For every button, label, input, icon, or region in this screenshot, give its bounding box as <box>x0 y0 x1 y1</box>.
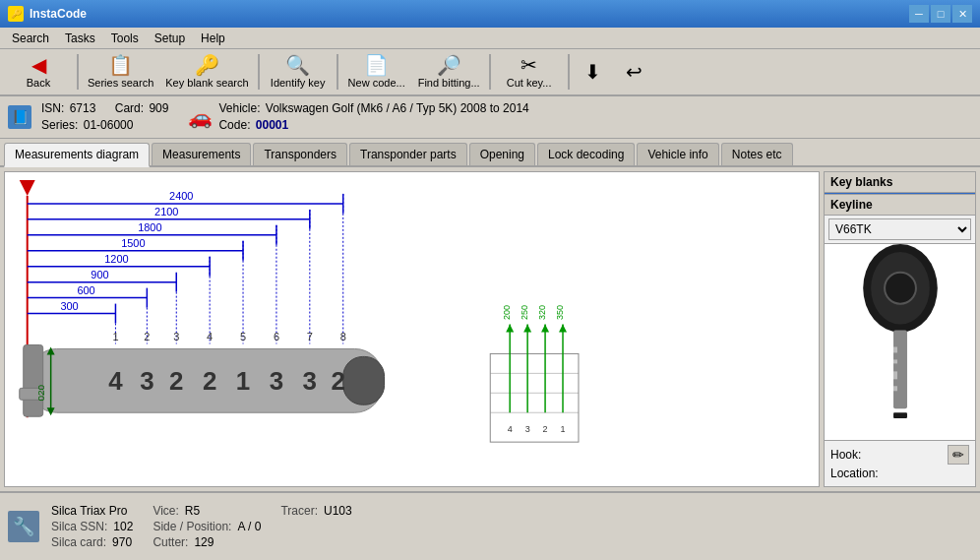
measure-900-label: 900 <box>91 268 108 280</box>
key-blank-search-button[interactable]: 🔑 Key blank search <box>160 51 253 93</box>
tab-notes-etc[interactable]: Notes etc <box>721 143 793 165</box>
find-bitting-label: Find bitting... <box>418 77 480 89</box>
tracer-value: U103 <box>324 504 352 518</box>
tab-transponder-parts[interactable]: Transponder parts <box>349 143 467 165</box>
series-label: Series: <box>41 118 78 132</box>
cut-key-icon: ✂ <box>521 55 537 75</box>
key-cut-2 <box>893 359 897 363</box>
vehicle-label: Vehicle: <box>218 101 260 115</box>
back-button[interactable]: ◀ Back <box>4 51 73 93</box>
menu-tools[interactable]: Tools <box>103 30 147 47</box>
isn-value: 6713 <box>70 101 96 115</box>
menu-tasks[interactable]: Tasks <box>57 30 103 47</box>
status-col-3: Tracer: U103 <box>280 504 351 549</box>
vehicle-value: Volkswagen Golf (Mk6 / A6 / Typ 5K) 2008… <box>266 101 529 115</box>
pos-1-num: 1 <box>112 331 118 342</box>
depth-label: 020 <box>35 384 46 401</box>
key-stop <box>24 344 43 416</box>
edit-button[interactable]: ✏ <box>948 445 969 465</box>
keyline-select-wrapper: V66TK <box>825 216 975 243</box>
info-bar: 📘 ISN: 6713 Card: 909 Series: 01-06000 🚗… <box>0 96 980 139</box>
key-blanks-panel: Key blanks Transponder, Plastic Transpon… <box>824 171 976 487</box>
depth-chart-group: 200 250 320 350 4 3 2 1 <box>490 305 579 442</box>
new-code-button[interactable]: 📄 New code... <box>342 51 411 93</box>
back-label: Back <box>27 77 50 89</box>
series-search-button[interactable]: 📋 Series search <box>83 51 158 93</box>
hook-row: Hook: ✏ <box>830 445 969 465</box>
key-cut-4 <box>893 386 897 391</box>
key-blade-tip <box>343 356 385 404</box>
title-bar: 🔑 InstaCode ─ □ ✕ <box>0 0 980 28</box>
menu-help[interactable]: Help <box>193 30 233 47</box>
isn-row: ISN: 6713 Card: 909 <box>41 100 168 117</box>
measure-1800-label: 1800 <box>138 220 161 232</box>
series-search-icon: 📋 <box>108 55 133 75</box>
measure-600-label: 600 <box>77 283 94 295</box>
chart-label-200: 200 <box>502 305 512 320</box>
key-blanks-title: Key blanks <box>825 172 975 193</box>
cut-4-val: 2 <box>203 367 216 395</box>
toolbar-separator-2 <box>258 54 260 90</box>
pos-7-num: 7 <box>307 331 313 342</box>
pos-5-num: 5 <box>240 331 246 342</box>
keyline-label: Keyline <box>825 194 975 216</box>
status-col-2: Vice: R5 Side / Position: A / 0 Cutter: … <box>153 504 261 549</box>
back-icon: ◀ <box>31 55 46 75</box>
key-blank-search-label: Key blank search <box>165 77 248 89</box>
tab-transponders[interactable]: Transponders <box>253 143 347 165</box>
tab-bar: Measurements diagram Measurements Transp… <box>0 139 980 167</box>
key-bottom-bar <box>893 412 907 418</box>
toolbar: ◀ Back 📋 Series search 🔑 Key blank searc… <box>0 49 980 96</box>
card-label: Card: <box>115 101 144 115</box>
close-button[interactable]: ✕ <box>952 5 972 23</box>
menu-setup[interactable]: Setup <box>147 30 193 47</box>
keyline-select[interactable]: V66TK <box>828 218 971 240</box>
vice-value: R5 <box>185 504 200 518</box>
title-bar-controls: ─ □ ✕ <box>909 5 972 23</box>
menu-search[interactable]: Search <box>4 30 57 47</box>
card-label-status: Silca card: <box>51 535 106 549</box>
series-search-label: Series search <box>88 77 153 89</box>
cut-1-val: 4 <box>108 367 123 395</box>
cut-2-val: 3 <box>140 367 153 395</box>
new-code-label: New code... <box>348 77 405 89</box>
toolbar-separator-4 <box>489 54 491 90</box>
measure-1500-label: 1500 <box>121 236 145 248</box>
code-value: 00001 <box>256 118 288 132</box>
side-label: Side / Position: <box>153 520 231 533</box>
download-button[interactable]: ⬇ <box>574 51 613 93</box>
hook-area: Hook: ✏ Location: <box>825 440 975 486</box>
tab-measurements-diagram[interactable]: Measurements diagram <box>4 143 150 167</box>
pointer-triangle <box>20 180 35 196</box>
maximize-button[interactable]: □ <box>931 5 950 23</box>
tab-lock-decoding[interactable]: Lock decoding <box>537 143 635 165</box>
series-row: Series: 01-06000 <box>41 117 168 134</box>
cut-5-val: 1 <box>236 367 250 395</box>
chart-arrow-3 <box>541 324 549 332</box>
find-bitting-button[interactable]: 🔎 Find bitting... <box>413 51 485 93</box>
tab-opening[interactable]: Opening <box>469 143 535 165</box>
location-label: Location: <box>830 467 879 480</box>
side-value: A / 0 <box>237 520 261 533</box>
tab-measurements[interactable]: Measurements <box>152 143 251 165</box>
pos-3-num: 3 <box>173 331 179 342</box>
toolbar-separator-5 <box>568 54 570 90</box>
chart-pos-1: 1 <box>561 424 566 434</box>
identify-key-icon: 🔍 <box>285 55 310 75</box>
measure-2400-label: 2400 <box>169 190 193 202</box>
back2-button[interactable]: ↩ <box>615 51 654 93</box>
cut-6-val: 3 <box>270 367 283 395</box>
key-svg <box>846 244 954 440</box>
chart-pos-4: 4 <box>508 424 513 434</box>
minimize-button[interactable]: ─ <box>909 5 929 23</box>
ssn-value: 102 <box>113 520 133 533</box>
diagram-area: 2400 2100 1800 1500 1200 <box>4 171 820 487</box>
pos-2-num: 2 <box>144 331 150 342</box>
pos-6-num: 6 <box>274 331 279 342</box>
cut-key-button[interactable]: ✂ Cut key... <box>495 51 564 93</box>
new-code-icon: 📄 <box>364 55 389 75</box>
cut-8-val: 2 <box>332 367 345 395</box>
tab-vehicle-info[interactable]: Vehicle info <box>637 143 718 165</box>
key-cut-1 <box>893 346 897 352</box>
identify-key-button[interactable]: 🔍 Identify key <box>264 51 333 93</box>
